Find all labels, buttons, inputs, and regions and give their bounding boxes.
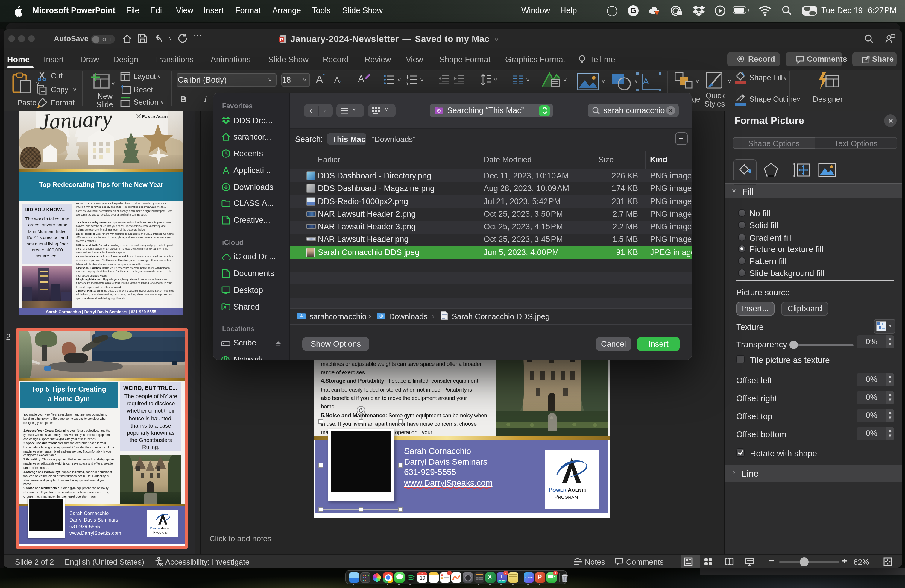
svg-text:!: ! <box>656 12 657 16</box>
svg-text:3: 3 <box>406 81 408 85</box>
svg-text:P: P <box>280 37 283 42</box>
